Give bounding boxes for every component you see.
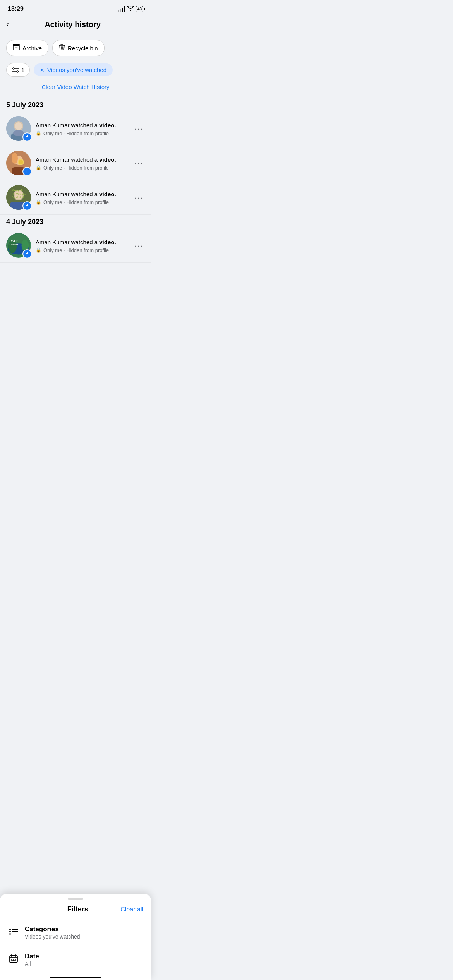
activity-content: Aman Kumar watched a video. 🔒 Only me · … — [36, 121, 128, 136]
clear-video-history-link[interactable]: Clear Video Watch History — [41, 84, 109, 90]
activity-item: RIVER CRUISING f Aman Kumar watched a vi… — [0, 228, 151, 263]
more-options-button[interactable]: ··· — [133, 192, 145, 204]
svg-text:His Wife Are: His Wife Are — [12, 193, 27, 195]
activity-item: f Aman Kumar watched a video. 🔒 Only me … — [0, 111, 151, 146]
date-section-2: 4 July 2023 — [0, 215, 151, 228]
avatar-wrap: f — [6, 116, 31, 141]
activity-list: 5 July 2023 f Aman Kumar watched a video… — [0, 98, 151, 263]
clear-history-section: Clear Video Watch History — [0, 82, 151, 98]
archive-label: Archive — [22, 45, 42, 51]
avatar-wrap: RIVER CRUISING f — [6, 233, 31, 258]
activity-text: Aman Kumar watched a video. — [36, 121, 128, 129]
svg-rect-0 — [13, 44, 20, 46]
battery-icon: 43 — [136, 6, 143, 12]
activity-meta: 🔒 Only me · Hidden from profile — [36, 165, 128, 171]
recycle-bin-tab[interactable]: Recycle bin — [52, 40, 105, 56]
lock-icon: 🔒 — [36, 165, 41, 170]
activity-text: Aman Kumar watched a video. — [36, 190, 128, 198]
activity-meta: 🔒 Only me · Hidden from profile — [36, 199, 128, 205]
tab-row: Archive Recycle bin — [0, 34, 151, 62]
filter-count-button[interactable]: 1 — [6, 63, 30, 77]
svg-text:RIVER: RIVER — [10, 240, 18, 242]
status-time: 13:29 — [8, 5, 24, 12]
active-filter-tag[interactable]: ✕ Videos you've watched — [34, 63, 113, 76]
remove-filter-icon: ✕ — [40, 67, 45, 73]
activity-meta: 🔒 Only me · Hidden from profile — [36, 247, 128, 253]
back-button[interactable]: ‹ — [6, 19, 9, 29]
svg-rect-1 — [13, 46, 19, 50]
activity-content: Aman Kumar watched a video. 🔒 Only me · … — [36, 156, 128, 171]
wifi-icon — [127, 6, 134, 12]
signal-icon — [118, 6, 125, 12]
svg-point-15 — [12, 153, 18, 164]
archive-icon — [13, 44, 20, 52]
activity-item: Many Are His Wife Are Fond of Me f Aman … — [0, 180, 151, 215]
activity-content: Aman Kumar watched a video. 🔒 Only me · … — [36, 190, 128, 205]
lock-icon: 🔒 — [36, 130, 41, 136]
svg-text:Fond of Me: Fond of Me — [12, 196, 26, 199]
status-bar: 13:29 43 — [0, 0, 151, 15]
more-options-button[interactable]: ··· — [133, 240, 145, 252]
avatar-wrap: f — [6, 151, 31, 175]
filter-row: 1 ✕ Videos you've watched — [0, 62, 151, 82]
activity-content: Aman Kumar watched a video. 🔒 Only me · … — [36, 238, 128, 253]
svg-text:CRUISING: CRUISING — [9, 243, 19, 246]
fb-badge: f — [22, 167, 32, 176]
active-filter-label: Videos you've watched — [47, 67, 106, 73]
svg-point-18 — [19, 160, 23, 164]
recycle-bin-icon — [59, 44, 65, 52]
more-options-button[interactable]: ··· — [133, 157, 145, 169]
svg-text:Many Are: Many Are — [12, 188, 26, 192]
activity-text: Aman Kumar watched a video. — [36, 156, 128, 164]
fb-badge: f — [22, 249, 32, 259]
fb-badge: f — [22, 132, 32, 142]
lock-icon: 🔒 — [36, 199, 41, 205]
avatar-wrap: Many Are His Wife Are Fond of Me f — [6, 185, 31, 210]
activity-text: Aman Kumar watched a video. — [36, 238, 128, 246]
header: ‹ Activity history — [0, 15, 151, 34]
filter-count: 1 — [21, 67, 24, 73]
status-icons: 43 — [118, 6, 143, 12]
archive-tab[interactable]: Archive — [6, 40, 48, 56]
lock-icon: 🔒 — [36, 247, 41, 253]
date-section-1: 5 July 2023 — [0, 98, 151, 111]
fb-badge: f — [22, 201, 32, 211]
page-title: Activity history — [15, 20, 130, 29]
activity-meta: 🔒 Only me · Hidden from profile — [36, 130, 128, 136]
activity-item: f Aman Kumar watched a video. 🔒 Only me … — [0, 146, 151, 180]
more-options-button[interactable]: ··· — [133, 123, 145, 135]
recycle-bin-label: Recycle bin — [68, 45, 98, 51]
svg-point-10 — [15, 122, 22, 130]
